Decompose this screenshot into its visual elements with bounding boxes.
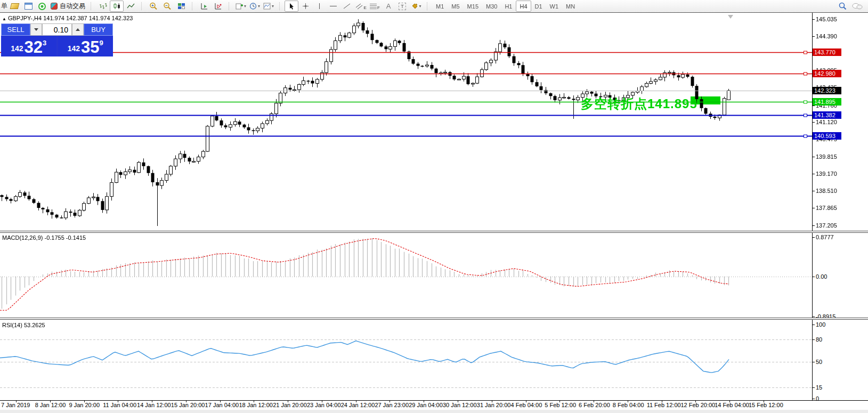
pivot-price-tag[interactable]: 141.895 — [813, 98, 841, 106]
rsi-pane-divider[interactable] — [0, 318, 868, 320]
sell-button[interactable]: SELL — [1, 23, 30, 36]
auto-trading-button[interactable]: 自动交易 — [49, 1, 87, 12]
timeframe-m30[interactable]: M30 — [482, 1, 501, 12]
trendline-icon — [343, 3, 351, 10]
new-chart-icon — [236, 3, 243, 10]
macd-label: MACD(12,26,9) -0.1755 -0.1415 — [2, 234, 86, 241]
pivot-annotation[interactable]: 多空转折点141.895 — [581, 95, 697, 112]
timeframe-m5[interactable]: M5 — [448, 1, 463, 12]
market-watch-icon[interactable] — [7, 1, 21, 12]
volume-up-button[interactable] — [72, 23, 84, 36]
price-tick: 139.815 — [816, 153, 837, 160]
line-chart-button[interactable] — [124, 1, 137, 12]
buy-price[interactable]: 142 35 9 — [58, 36, 113, 56]
new-order-button[interactable]: 单 — [1, 2, 7, 11]
timeframe-w1[interactable]: W1 — [546, 1, 563, 12]
chart-frame-top — [0, 12, 868, 13]
horizontal-line-tool[interactable] — [326, 1, 340, 12]
timeframe-h1[interactable]: H1 — [501, 1, 516, 12]
auto-scroll-icon — [200, 3, 208, 10]
toolbar-separator — [141, 2, 144, 10]
indicators-button[interactable] — [262, 1, 275, 12]
auto-trading-label: 自动交易 — [60, 2, 85, 11]
text-tool[interactable]: A — [382, 1, 395, 12]
time-label: 17 Jan 04:00 — [205, 402, 239, 408]
rsi-tick: 80 — [816, 336, 822, 343]
time-tick-mark — [152, 400, 152, 402]
rsi-canvas[interactable] — [0, 320, 812, 400]
time-tick-mark — [288, 400, 288, 402]
channel-tool[interactable]: E — [354, 1, 368, 12]
cursor-tool-button[interactable] — [285, 1, 298, 12]
horizontal-line-icon — [329, 3, 337, 10]
timeframe-m15[interactable]: M15 — [464, 1, 482, 12]
new-chart-button[interactable] — [234, 1, 248, 12]
main-chart-canvas[interactable] — [0, 13, 812, 231]
volume-input[interactable]: 0.10 — [42, 23, 72, 36]
buy-button[interactable]: BUY — [84, 23, 113, 36]
rsi-tick: 100 — [816, 321, 825, 328]
chart-shift-marker-icon[interactable] — [728, 15, 733, 19]
time-label: 12 Feb 20:00 — [680, 402, 715, 408]
one-click-trading-panel: SELL 0.10 BUY 142 32 3 142 35 9 — [1, 23, 113, 56]
resistance-price-tag[interactable]: 143.770 — [813, 48, 841, 56]
volume-down-button[interactable] — [30, 23, 42, 36]
timeframe-mn[interactable]: MN — [562, 1, 579, 12]
zoom-in-button[interactable]: + — [147, 1, 160, 12]
collapse-arrow-icon[interactable]: ▲ — [2, 17, 6, 21]
zoom-out-button[interactable]: − — [160, 1, 174, 12]
fibonacci-tool[interactable]: F — [368, 1, 382, 12]
trendline-tool[interactable] — [340, 1, 354, 12]
time-label: 24 Jan 12:00 — [341, 402, 375, 408]
timeframe-h4[interactable]: H4 — [516, 1, 531, 12]
sell-price-base: 142 — [11, 44, 23, 53]
label-tool[interactable]: T — [395, 1, 409, 12]
channel-icon — [355, 3, 363, 10]
time-tick-mark — [764, 400, 764, 402]
support-price-tag[interactable]: 141.382 — [813, 111, 841, 119]
time-tick-mark — [695, 400, 696, 402]
auto-trading-icon — [51, 3, 58, 10]
macd-tick: 0.00 — [816, 273, 827, 280]
timeframe-group: M1M5M15M30H1H4D1W1MN — [431, 0, 580, 12]
chart-shift-button[interactable] — [211, 1, 225, 12]
resistance-price-tag[interactable]: 142.980 — [813, 70, 841, 77]
candlestick-chart-button[interactable] — [110, 1, 124, 12]
chart-window-icon[interactable] — [21, 1, 35, 12]
sell-price-pipette: 3 — [43, 39, 46, 47]
bar-chart-button[interactable] — [96, 1, 110, 12]
window-icon — [25, 3, 33, 10]
time-label: 8 Jan 12:00 — [35, 402, 66, 408]
time-axis-line[interactable] — [0, 400, 868, 401]
symbol-info: ▲GBPJPY-,H4 141.974 142.387 141.974 142.… — [2, 15, 133, 21]
price-tick: 138.510 — [816, 188, 837, 194]
rsi-tick: 50 — [816, 359, 822, 365]
tile-windows-button[interactable] — [174, 1, 188, 12]
chat-icon[interactable] — [852, 3, 863, 10]
bid-price-tag[interactable]: 142.323 — [813, 87, 841, 94]
macd-pane-divider[interactable] — [0, 231, 868, 233]
support-price-tag[interactable]: 140.593 — [813, 132, 841, 140]
chart-shift-icon — [214, 3, 222, 10]
price-tick: 141.120 — [816, 119, 837, 125]
time-label: 30 Jan 12:00 — [443, 402, 477, 408]
time-label: 11 Feb 12:00 — [647, 402, 681, 408]
time-tick-mark — [50, 400, 51, 402]
arrows-tool[interactable] — [409, 1, 423, 12]
time-tick-mark — [322, 400, 322, 402]
sell-price[interactable]: 142 32 3 — [1, 36, 56, 56]
vertical-line-tool[interactable] — [312, 1, 326, 12]
timeframe-m1[interactable]: M1 — [432, 1, 448, 12]
crosshair-tool-button[interactable] — [298, 1, 312, 12]
signals-icon[interactable] — [35, 1, 49, 12]
search-icon[interactable] — [839, 2, 847, 10]
time-tick-mark — [254, 400, 254, 402]
timeframe-d1[interactable]: D1 — [531, 1, 546, 12]
toolbar-separator — [279, 2, 282, 10]
time-label: 29 Jan 04:00 — [409, 402, 443, 408]
buy-price-pipette: 9 — [100, 39, 103, 47]
time-tick-mark — [559, 400, 560, 402]
period-button[interactable] — [248, 1, 262, 12]
auto-scroll-button[interactable] — [197, 1, 211, 12]
macd-canvas[interactable] — [0, 233, 812, 318]
